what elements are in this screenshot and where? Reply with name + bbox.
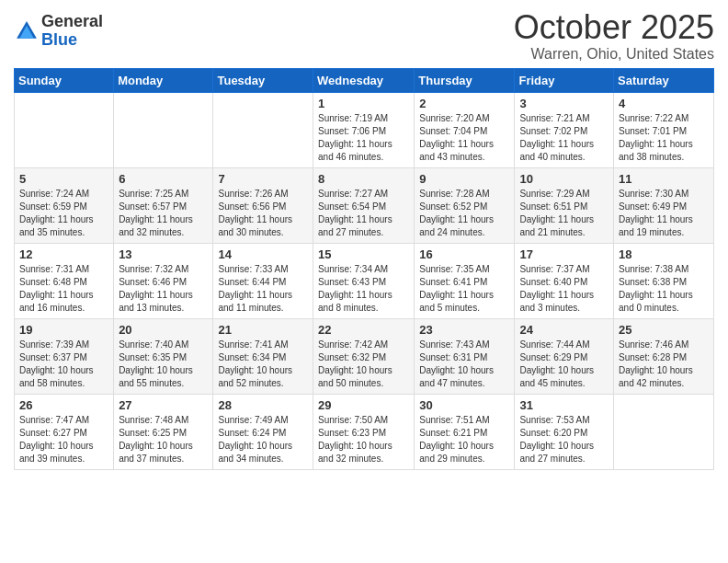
logo-text: General Blue bbox=[41, 13, 103, 50]
day-info: Sunrise: 7:42 AM Sunset: 6:32 PM Dayligh… bbox=[318, 339, 409, 390]
col-sunday: Sunday bbox=[15, 68, 114, 92]
table-row: 10Sunrise: 7:29 AM Sunset: 6:51 PM Dayli… bbox=[515, 167, 614, 243]
calendar-week-row: 5Sunrise: 7:24 AM Sunset: 6:59 PM Daylig… bbox=[15, 167, 714, 243]
day-number: 21 bbox=[218, 323, 308, 337]
table-row: 4Sunrise: 7:22 AM Sunset: 7:01 PM Daylig… bbox=[614, 92, 714, 167]
day-info: Sunrise: 7:39 AM Sunset: 6:37 PM Dayligh… bbox=[19, 339, 108, 390]
table-row: 18Sunrise: 7:38 AM Sunset: 6:38 PM Dayli… bbox=[614, 243, 714, 318]
col-monday: Monday bbox=[114, 68, 213, 92]
day-info: Sunrise: 7:37 AM Sunset: 6:40 PM Dayligh… bbox=[519, 263, 609, 315]
table-row: 27Sunrise: 7:48 AM Sunset: 6:25 PM Dayli… bbox=[114, 394, 213, 469]
day-number: 18 bbox=[619, 247, 709, 261]
day-info: Sunrise: 7:47 AM Sunset: 6:27 PM Dayligh… bbox=[19, 414, 108, 465]
day-info: Sunrise: 7:35 AM Sunset: 6:41 PM Dayligh… bbox=[419, 263, 509, 315]
table-row: 14Sunrise: 7:33 AM Sunset: 6:44 PM Dayli… bbox=[213, 243, 313, 318]
day-info: Sunrise: 7:38 AM Sunset: 6:38 PM Dayligh… bbox=[619, 263, 709, 315]
day-number: 23 bbox=[419, 323, 509, 337]
day-info: Sunrise: 7:50 AM Sunset: 6:23 PM Dayligh… bbox=[318, 414, 409, 465]
table-row: 23Sunrise: 7:43 AM Sunset: 6:31 PM Dayli… bbox=[415, 318, 515, 394]
logo-icon bbox=[14, 18, 40, 44]
table-row: 5Sunrise: 7:24 AM Sunset: 6:59 PM Daylig… bbox=[15, 167, 114, 243]
location-title: Warren, Ohio, United States bbox=[514, 46, 714, 63]
day-info: Sunrise: 7:29 AM Sunset: 6:51 PM Dayligh… bbox=[519, 188, 609, 239]
day-number: 29 bbox=[318, 398, 409, 412]
table-row: 20Sunrise: 7:40 AM Sunset: 6:35 PM Dayli… bbox=[114, 318, 213, 394]
calendar-week-row: 26Sunrise: 7:47 AM Sunset: 6:27 PM Dayli… bbox=[15, 394, 714, 469]
day-number: 17 bbox=[519, 247, 609, 261]
col-tuesday: Tuesday bbox=[213, 68, 313, 92]
logo-blue: Blue bbox=[41, 31, 103, 50]
day-number: 16 bbox=[419, 247, 509, 261]
day-number: 27 bbox=[119, 398, 208, 412]
day-info: Sunrise: 7:19 AM Sunset: 7:06 PM Dayligh… bbox=[318, 112, 409, 164]
day-info: Sunrise: 7:41 AM Sunset: 6:34 PM Dayligh… bbox=[218, 339, 308, 390]
table-row: 3Sunrise: 7:21 AM Sunset: 7:02 PM Daylig… bbox=[515, 92, 614, 167]
day-number: 19 bbox=[19, 323, 108, 337]
day-info: Sunrise: 7:31 AM Sunset: 6:48 PM Dayligh… bbox=[19, 263, 108, 315]
col-wednesday: Wednesday bbox=[313, 68, 415, 92]
day-info: Sunrise: 7:44 AM Sunset: 6:29 PM Dayligh… bbox=[519, 339, 609, 390]
day-number: 20 bbox=[119, 323, 208, 337]
day-number: 26 bbox=[19, 398, 108, 412]
table-row: 1Sunrise: 7:19 AM Sunset: 7:06 PM Daylig… bbox=[313, 92, 415, 167]
day-info: Sunrise: 7:26 AM Sunset: 6:56 PM Dayligh… bbox=[218, 188, 308, 239]
day-number: 11 bbox=[619, 172, 709, 186]
calendar-week-row: 1Sunrise: 7:19 AM Sunset: 7:06 PM Daylig… bbox=[15, 92, 714, 167]
day-number: 25 bbox=[619, 323, 709, 337]
day-number: 12 bbox=[19, 247, 108, 261]
day-info: Sunrise: 7:25 AM Sunset: 6:57 PM Dayligh… bbox=[119, 188, 208, 239]
table-row: 13Sunrise: 7:32 AM Sunset: 6:46 PM Dayli… bbox=[114, 243, 213, 318]
day-info: Sunrise: 7:49 AM Sunset: 6:24 PM Dayligh… bbox=[218, 414, 308, 465]
header: General Blue October 2025 Warren, Ohio, … bbox=[14, 9, 714, 63]
day-number: 8 bbox=[318, 172, 409, 186]
day-number: 4 bbox=[619, 97, 709, 110]
day-number: 15 bbox=[318, 247, 409, 261]
calendar: Sunday Monday Tuesday Wednesday Thursday… bbox=[14, 68, 714, 470]
day-info: Sunrise: 7:53 AM Sunset: 6:20 PM Dayligh… bbox=[519, 414, 609, 465]
table-row: 25Sunrise: 7:46 AM Sunset: 6:28 PM Dayli… bbox=[614, 318, 714, 394]
table-row: 12Sunrise: 7:31 AM Sunset: 6:48 PM Dayli… bbox=[15, 243, 114, 318]
day-number: 3 bbox=[519, 97, 609, 110]
table-row: 9Sunrise: 7:28 AM Sunset: 6:52 PM Daylig… bbox=[415, 167, 515, 243]
day-info: Sunrise: 7:51 AM Sunset: 6:21 PM Dayligh… bbox=[419, 414, 509, 465]
table-row: 17Sunrise: 7:37 AM Sunset: 6:40 PM Dayli… bbox=[515, 243, 614, 318]
day-number: 28 bbox=[218, 398, 308, 412]
day-number: 5 bbox=[19, 172, 108, 186]
day-number: 14 bbox=[218, 247, 308, 261]
table-row: 26Sunrise: 7:47 AM Sunset: 6:27 PM Dayli… bbox=[15, 394, 114, 469]
table-row: 16Sunrise: 7:35 AM Sunset: 6:41 PM Dayli… bbox=[415, 243, 515, 318]
day-number: 1 bbox=[318, 97, 409, 110]
day-info: Sunrise: 7:33 AM Sunset: 6:44 PM Dayligh… bbox=[218, 263, 308, 315]
day-info: Sunrise: 7:46 AM Sunset: 6:28 PM Dayligh… bbox=[619, 339, 709, 390]
day-number: 22 bbox=[318, 323, 409, 337]
table-row: 21Sunrise: 7:41 AM Sunset: 6:34 PM Dayli… bbox=[213, 318, 313, 394]
day-info: Sunrise: 7:27 AM Sunset: 6:54 PM Dayligh… bbox=[318, 188, 409, 239]
day-info: Sunrise: 7:32 AM Sunset: 6:46 PM Dayligh… bbox=[119, 263, 208, 315]
day-number: 30 bbox=[419, 398, 509, 412]
day-number: 10 bbox=[519, 172, 609, 186]
table-row: 2Sunrise: 7:20 AM Sunset: 7:04 PM Daylig… bbox=[415, 92, 515, 167]
table-row: 6Sunrise: 7:25 AM Sunset: 6:57 PM Daylig… bbox=[114, 167, 213, 243]
day-info: Sunrise: 7:43 AM Sunset: 6:31 PM Dayligh… bbox=[419, 339, 509, 390]
day-number: 24 bbox=[519, 323, 609, 337]
col-saturday: Saturday bbox=[614, 68, 714, 92]
day-info: Sunrise: 7:28 AM Sunset: 6:52 PM Dayligh… bbox=[419, 188, 509, 239]
day-info: Sunrise: 7:22 AM Sunset: 7:01 PM Dayligh… bbox=[619, 112, 709, 164]
table-row: 15Sunrise: 7:34 AM Sunset: 6:43 PM Dayli… bbox=[313, 243, 415, 318]
calendar-week-row: 12Sunrise: 7:31 AM Sunset: 6:48 PM Dayli… bbox=[15, 243, 714, 318]
table-row: 11Sunrise: 7:30 AM Sunset: 6:49 PM Dayli… bbox=[614, 167, 714, 243]
table-row: 30Sunrise: 7:51 AM Sunset: 6:21 PM Dayli… bbox=[415, 394, 515, 469]
table-row: 22Sunrise: 7:42 AM Sunset: 6:32 PM Dayli… bbox=[313, 318, 415, 394]
day-info: Sunrise: 7:21 AM Sunset: 7:02 PM Dayligh… bbox=[519, 112, 609, 164]
table-row: 29Sunrise: 7:50 AM Sunset: 6:23 PM Dayli… bbox=[313, 394, 415, 469]
day-number: 2 bbox=[419, 97, 509, 110]
table-row bbox=[114, 92, 213, 167]
calendar-header-row: Sunday Monday Tuesday Wednesday Thursday… bbox=[15, 68, 714, 92]
logo-general: General bbox=[41, 13, 103, 31]
day-number: 13 bbox=[119, 247, 208, 261]
day-number: 31 bbox=[519, 398, 609, 412]
table-row bbox=[213, 92, 313, 167]
table-row: 24Sunrise: 7:44 AM Sunset: 6:29 PM Dayli… bbox=[515, 318, 614, 394]
table-row bbox=[15, 92, 114, 167]
page: General Blue October 2025 Warren, Ohio, … bbox=[0, 0, 728, 563]
